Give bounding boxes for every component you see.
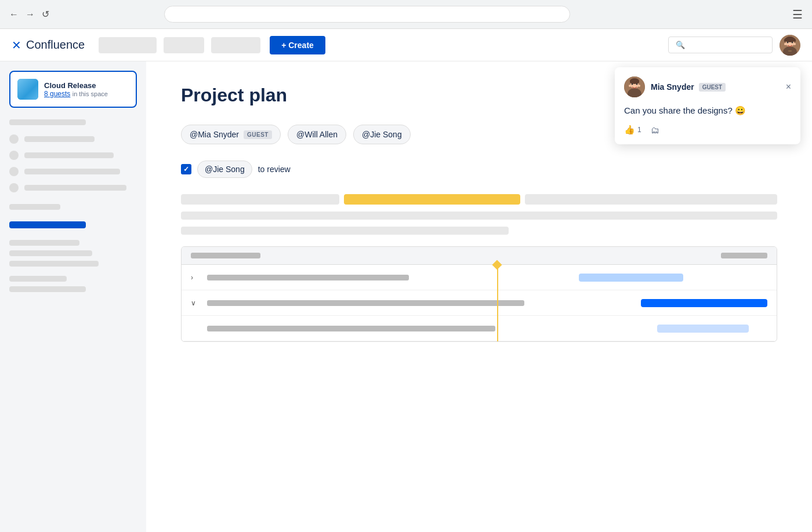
nav-spaces[interactable] <box>99 37 157 53</box>
sk-line-4 <box>24 185 126 191</box>
gantt-header-left <box>191 253 479 258</box>
comment-like-button[interactable]: 👍 1 <box>624 125 641 135</box>
sk-active-item[interactable] <box>9 221 86 228</box>
mention-jie[interactable]: @Jie Song <box>353 125 411 144</box>
comment-close-button[interactable]: × <box>786 82 791 92</box>
gantt-header-sk-left <box>191 253 260 258</box>
mention-mia-badge: GUEST <box>244 130 272 139</box>
content-area: Project plan @Mia Snyder GUEST @Will All… <box>146 61 812 532</box>
svg-rect-16 <box>630 80 639 83</box>
space-info: Cloud Release 8 guests in this space <box>44 81 108 98</box>
nav-people[interactable] <box>164 37 204 53</box>
svg-rect-9 <box>788 50 792 52</box>
header-right: 🔍 <box>668 35 800 56</box>
comment-avatar <box>624 76 645 97</box>
sk-row-2 <box>9 151 137 160</box>
sk-header-line <box>9 119 86 125</box>
create-button[interactable]: + Create <box>270 36 325 54</box>
back-button[interactable]: ← <box>9 9 19 20</box>
sk-circle-1 <box>9 134 19 144</box>
app-header: ✕ Confluence + Create 🔍 <box>0 29 812 61</box>
csk-bar-4 <box>181 227 509 235</box>
browser-bar: ← → ↺ ☰ <box>0 0 812 29</box>
space-name: Cloud Release <box>44 81 108 90</box>
csk-bar-2 <box>525 194 777 205</box>
sk-sub-1 <box>9 204 60 210</box>
comment-user-info: Mia Snyder GUEST <box>651 82 780 92</box>
gantt-label-1 <box>207 275 409 280</box>
task-checkbox[interactable] <box>181 164 191 174</box>
comment-popup: Mia Snyder GUEST × Can you share the des… <box>615 67 800 144</box>
gantt-label-3 <box>207 326 495 331</box>
content-skeleton <box>181 194 777 235</box>
comment-actions: 👍 1 🗂 <box>624 125 791 135</box>
sk-spacer <box>9 204 137 214</box>
sk-below-5 <box>9 286 86 292</box>
gantt-label-2 <box>207 300 524 306</box>
space-icon <box>17 79 38 100</box>
archive-icon: 🗂 <box>651 125 659 135</box>
sk-below-1 <box>9 240 79 246</box>
comment-archive-button[interactable]: 🗂 <box>651 125 659 135</box>
comment-username: Mia Snyder <box>651 82 694 92</box>
sk-below-2 <box>9 250 92 256</box>
gantt-body: › ∨ › <box>182 265 777 341</box>
sk-line-3 <box>24 169 120 174</box>
sk-below-4 <box>9 276 67 282</box>
sk-row-1 <box>9 134 137 144</box>
csk-row-3 <box>181 227 777 235</box>
csk-bar-yellow <box>344 194 520 205</box>
svg-rect-6 <box>785 38 795 42</box>
gantt-bar-2 <box>641 299 767 307</box>
forward-button[interactable]: → <box>26 9 35 20</box>
sk-circle-4 <box>9 183 19 192</box>
mention-will[interactable]: @Will Allen <box>288 125 346 144</box>
nav-items <box>99 37 260 53</box>
gantt-row-2: ∨ <box>182 290 777 316</box>
gantt-bar-area-1 <box>418 272 767 283</box>
gantt-expand-2[interactable]: ∨ <box>191 299 198 307</box>
like-count: 1 <box>637 126 641 134</box>
browser-menu-icon[interactable]: ☰ <box>792 8 803 21</box>
sk-line-2 <box>24 152 114 158</box>
gantt-header-sk-right <box>721 253 767 258</box>
gantt-header-right <box>479 253 767 258</box>
gantt-expand-1[interactable]: › <box>191 274 198 282</box>
avatar-svg <box>780 35 800 56</box>
space-in-text: in this space <box>72 90 108 97</box>
gantt-row-3: › <box>182 316 777 341</box>
refresh-button[interactable]: ↺ <box>42 9 49 20</box>
confluence-logo-icon: ✕ <box>12 38 21 52</box>
sidebar: Cloud Release 8 guests in this space <box>0 61 146 532</box>
user-avatar[interactable] <box>780 35 800 56</box>
mention-jie-text: @Jie Song <box>362 130 402 139</box>
csk-row-2 <box>181 212 777 220</box>
space-guests-link[interactable]: 8 guests <box>44 90 70 98</box>
task-mention[interactable]: @Jie Song <box>197 161 252 178</box>
comment-user-badge: GUEST <box>699 83 726 92</box>
space-card[interactable]: Cloud Release 8 guests in this space <box>9 71 137 108</box>
mention-mia[interactable]: @Mia Snyder GUEST <box>181 125 281 144</box>
sk-circle-2 <box>9 151 19 160</box>
csk-bar-3 <box>181 212 777 220</box>
address-bar[interactable] <box>164 6 570 23</box>
task-text: to review <box>258 165 291 174</box>
logo: ✕ Confluence <box>12 38 85 52</box>
gantt-bar-area-2 <box>534 297 767 309</box>
gantt-container: › ∨ › <box>181 246 777 342</box>
csk-row-1 <box>181 194 777 205</box>
nav-apps[interactable] <box>211 37 260 53</box>
search-icon: 🔍 <box>676 41 685 49</box>
search-box[interactable]: 🔍 <box>668 37 773 53</box>
logo-text: Confluence <box>26 38 85 52</box>
sk-line-1 <box>24 136 95 142</box>
comment-text: Can you share the designs? 😀 <box>624 104 791 116</box>
svg-point-18 <box>638 85 640 87</box>
sk-circle-3 <box>9 167 19 176</box>
comment-avatar-svg <box>624 76 645 97</box>
sk-below-active <box>9 240 137 292</box>
main-layout: Cloud Release 8 guests in this space <box>0 61 812 532</box>
sk-below-3 <box>9 261 99 267</box>
gantt-bar-area-3 <box>505 323 767 334</box>
gantt-row-1: › <box>182 265 777 290</box>
